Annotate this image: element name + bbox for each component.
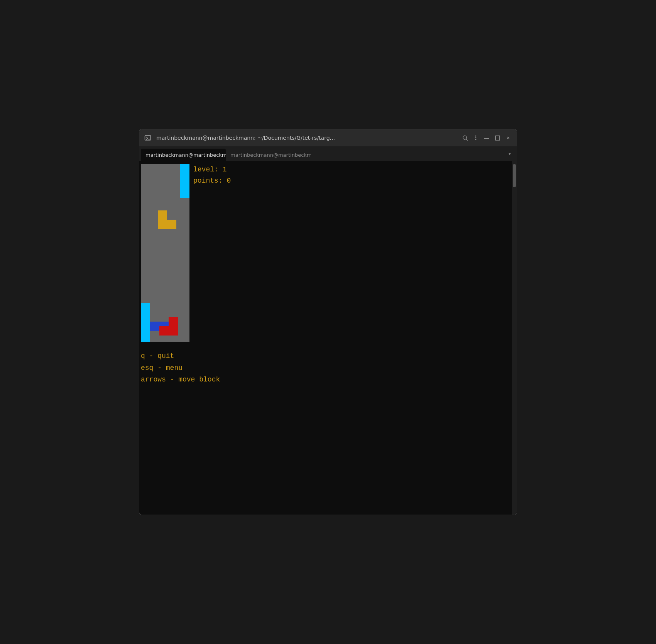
red-piece-1 xyxy=(169,317,178,326)
svg-rect-7 xyxy=(495,136,500,140)
menu-instruction: esq - menu xyxy=(141,362,220,374)
minimize-button[interactable]: — xyxy=(483,134,490,142)
scrollbar[interactable] xyxy=(512,161,517,515)
svg-rect-0 xyxy=(145,136,151,140)
window-title: martinbeckmann@martinbeckmann: ~/Documen… xyxy=(156,135,456,141)
svg-point-2 xyxy=(463,136,467,139)
window-controls: — × xyxy=(461,134,512,142)
level-display: level: 1 xyxy=(193,164,231,175)
cyan-piece-top xyxy=(180,164,189,198)
tab-2[interactable]: martinbeckmann@martinbeckmann: ~/D... × xyxy=(226,149,311,161)
tab-1[interactable]: martinbeckmann@martinbeckmann: ~/D... × xyxy=(141,149,226,161)
orange-piece xyxy=(158,210,167,220)
terminal-icon xyxy=(144,134,152,142)
svg-point-6 xyxy=(475,139,477,140)
points-display: points: 0 xyxy=(193,175,231,186)
svg-point-5 xyxy=(475,137,477,139)
move-instruction: arrows - move block xyxy=(141,374,220,386)
tab-bar: martinbeckmann@martinbeckmann: ~/D... × … xyxy=(139,146,517,161)
svg-point-4 xyxy=(475,136,477,137)
red-piece-2 xyxy=(159,326,178,336)
tab-2-label: martinbeckmann@martinbeckmann: ~/D... xyxy=(230,152,311,158)
close-button[interactable]: × xyxy=(504,134,512,142)
tab-dropdown-button[interactable]: ▾ xyxy=(504,148,515,159)
scrollbar-thumb[interactable] xyxy=(513,164,516,187)
svg-line-3 xyxy=(466,139,468,141)
tetris-game-board xyxy=(141,164,189,342)
search-button[interactable] xyxy=(461,134,469,142)
cyan-piece-bottom xyxy=(141,303,150,342)
instructions-panel: q - quit esq - menu arrows - move block xyxy=(141,350,220,386)
maximize-button[interactable] xyxy=(494,134,501,142)
menu-button[interactable] xyxy=(472,134,480,142)
tab-1-label: martinbeckmann@martinbeckmann: ~/D... xyxy=(145,152,226,158)
orange-piece-2 xyxy=(158,220,176,229)
titlebar: martinbeckmann@martinbeckmann: ~/Documen… xyxy=(139,129,517,146)
quit-instruction: q - quit xyxy=(141,350,220,362)
terminal-content[interactable]: level: 1 points: 0 q - quit esq - menu a… xyxy=(139,161,512,515)
terminal-body: level: 1 points: 0 q - quit esq - menu a… xyxy=(139,161,517,515)
game-info: level: 1 points: 0 xyxy=(193,164,231,186)
terminal-window: martinbeckmann@martinbeckmann: ~/Documen… xyxy=(139,129,517,515)
